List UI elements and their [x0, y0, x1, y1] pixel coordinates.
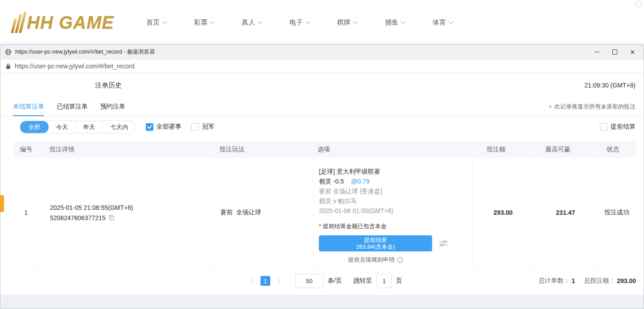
total-count-value: 1 [571, 277, 575, 284]
cashout-button-amount: 263.84(含本金) [319, 243, 432, 250]
champion-label: 冠军 [202, 123, 215, 131]
odds-value: @0.79 [351, 178, 369, 185]
logo-text: HH GAME [27, 12, 114, 33]
checkbox-checked-icon [146, 123, 153, 131]
tab-reserved[interactable]: 预约注单 [100, 97, 125, 116]
all-events-label: 全部赛事 [157, 123, 182, 131]
nav-label: 捕鱼 [385, 18, 398, 27]
chevron-down-icon [305, 19, 310, 24]
logo-bars-icon [11, 12, 27, 33]
nav-item-fishing[interactable]: 捕鱼 [385, 18, 405, 27]
chevron-down-icon [162, 19, 167, 24]
cashout-button[interactable]: 提前结算 263.84(含本金) [319, 235, 432, 251]
nav-label: 体育 [433, 18, 446, 27]
minimize-button[interactable] [593, 48, 601, 56]
nav-label: 棋牌 [337, 18, 351, 27]
filter-7days[interactable]: 七天内 [103, 121, 136, 133]
prev-page-button[interactable] [248, 276, 258, 286]
chevron-down-icon [210, 19, 215, 24]
header-maxwin: 最高可赢 [526, 146, 590, 154]
cashout-note: * 提前结算金额已包含本金 [319, 221, 467, 231]
header-status: 状态 [590, 146, 636, 154]
nav-item-live[interactable]: 真人 [242, 18, 262, 27]
side-panel-handle[interactable] [0, 195, 4, 212]
bottom-strip [0, 295, 644, 309]
site-topbar: HH GAME 首页 彩票 真人 电子 棋牌 捕鱼 体育 [0, 0, 644, 45]
pagination-bar: 1 条/页 跳转至 页 总计单数： 1 总投注额： 293.00 [14, 271, 636, 291]
page-title: 注单历史 [95, 81, 122, 90]
globe-icon [5, 49, 12, 55]
total-amount-label: 总投注额： [584, 277, 615, 285]
totals-summary: 总计单数： 1 总投注额： 293.00 [538, 277, 636, 285]
url-text: https://user-pc-new.jylywl.com/#/bet_rec… [15, 63, 134, 70]
match-time: 2025-01-06 01:00(GMT+8) [319, 206, 467, 216]
match-teams: 都灵 v 帕尔马 [319, 196, 467, 206]
page-content: 注单历史 21:09:30 (GMT+8) 未结算注单 已结算注单 预约注单 此… [0, 73, 644, 309]
cell-row-id: 1 [14, 158, 39, 267]
lock-icon [6, 63, 11, 69]
pagination-controls: 1 条/页 跳转至 页 [248, 274, 402, 288]
total-amount-value: 293.00 [617, 277, 636, 284]
all-events-checkbox[interactable]: 全部赛事 [146, 123, 182, 131]
window-controls: ✕ [593, 48, 639, 56]
maximize-button[interactable] [611, 48, 619, 56]
nav-item-lottery[interactable]: 彩票 [194, 18, 214, 27]
nav-item-cards[interactable]: 棋牌 [337, 18, 357, 27]
nav-item-home[interactable]: 首页 [146, 18, 166, 27]
cell-play-type: 赛前 全场让球 [214, 158, 314, 267]
cashout-rule-text: 提前兑现规则申明 [348, 255, 395, 265]
cell-bet-detail: 2025-01-05 21:08:55(GMT+8) 5208247606377… [39, 158, 214, 267]
nav-item-slots[interactable]: 电子 [289, 18, 310, 27]
table-header: 编号 投注详情 投注玩法 选项 投注额 最高可赢 状态 [14, 142, 636, 158]
checkbox-empty-icon [600, 123, 607, 131]
nav-label: 彩票 [194, 18, 207, 27]
nav-item-sports[interactable]: 体育 [433, 18, 453, 27]
league-name: [足球] 意大利甲级联赛 [319, 167, 467, 176]
bet-table: 编号 投注详情 投注玩法 选项 投注额 最高可赢 状态 1 2025-01-05… [14, 142, 636, 268]
tab-unsettled[interactable]: 未结算注单 [13, 97, 44, 116]
bet-time: 2025-01-05 21:08:55(GMT+8) [50, 204, 214, 211]
cell-option: [足球] 意大利甲级联赛 都灵 -0.5@0.79 赛前 全场让球 [香港盘] … [314, 158, 473, 267]
table-row: 1 2025-01-05 21:08:55(GMT+8) 52082476063… [14, 158, 636, 268]
bet-number: 5208247606377215 [50, 214, 106, 221]
cashout-button-label: 提前结算 [319, 237, 432, 243]
filter-row: 全部 今天 昨天 七天内 全部赛事 冠军 提前结算 [0, 117, 644, 137]
cell-bet-amount: 293.00 [473, 158, 534, 267]
next-page-button[interactable] [273, 276, 283, 286]
filter-yesterday[interactable]: 昨天 [76, 121, 103, 133]
page-number-button[interactable]: 1 [260, 276, 270, 286]
chevron-down-icon [448, 19, 453, 24]
copy-icon[interactable] [109, 215, 115, 221]
nav-label: 电子 [289, 18, 303, 27]
record-tabs: 未结算注单 已结算注单 预约注单 此记录将显示所有未派彩的投注 [0, 97, 644, 117]
window-titlebar: https://user-pc-new.jylywl.com/#/bet_rec… [0, 45, 644, 59]
address-bar[interactable]: https://user-pc-new.jylywl.com/#/bet_rec… [0, 59, 644, 73]
chevron-down-icon [353, 19, 358, 24]
date-filter-group: 全部 今天 昨天 七天内 [20, 121, 136, 134]
page-unit-label: 页 [396, 277, 402, 285]
filter-today[interactable]: 今天 [49, 121, 76, 133]
nav-label: 首页 [146, 18, 160, 27]
jump-page-input[interactable] [376, 274, 392, 288]
cell-status: 投注成功 [598, 158, 636, 267]
filter-all[interactable]: 全部 [20, 121, 49, 133]
cashout-rule-link[interactable]: 提前兑现规则申明 [319, 255, 432, 265]
selection: 都灵 -0.5 [319, 178, 344, 185]
tab-settled[interactable]: 已结算注单 [57, 97, 88, 116]
nav-label: 真人 [242, 18, 255, 27]
server-time: 21:09:30 (GMT+8) [584, 82, 636, 89]
chevron-down-icon [400, 19, 405, 24]
checkbox-empty-icon [191, 123, 199, 131]
page-corner-icon[interactable] [635, 1, 642, 8]
site-logo[interactable]: HH GAME [13, 12, 114, 33]
sliders-icon[interactable] [438, 239, 448, 247]
per-page-input[interactable] [295, 274, 324, 288]
champion-checkbox[interactable]: 冠军 [191, 123, 215, 131]
early-settle-checkbox[interactable]: 提前结算 [600, 123, 636, 131]
early-settle-label: 提前结算 [611, 123, 636, 131]
close-button[interactable]: ✕ [628, 48, 636, 56]
browser-window: https://user-pc-new.jylywl.com/#/bet_rec… [0, 45, 644, 309]
info-icon [397, 257, 403, 263]
tab-note-text: 此记录将显示所有未派彩的投注 [554, 103, 636, 111]
total-count-label: 总计单数： [538, 277, 570, 285]
